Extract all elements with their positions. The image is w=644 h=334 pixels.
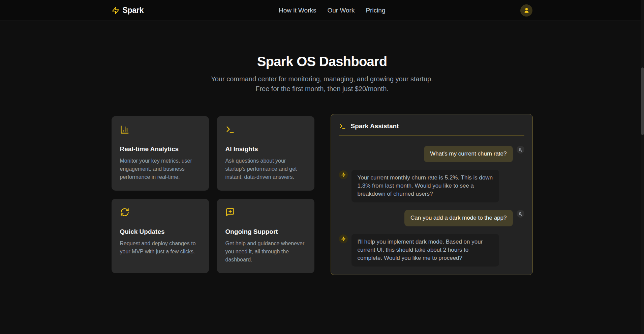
assistant-panel-header: Spark Assistant — [339, 122, 524, 130]
navbar: Spark How it Works Our Work Pricing — [0, 0, 644, 21]
feature-card: Quick Updates Request and deploy changes… — [112, 199, 209, 273]
message-square-plus-icon — [225, 207, 235, 217]
hero-section: Spark OS Dashboard Your command center f… — [0, 21, 644, 94]
feature-card: AI Insights Ask questions about your sta… — [217, 116, 314, 191]
feature-title: Quick Updates — [120, 228, 201, 235]
nav-links: How it Works Our Work Pricing — [279, 7, 386, 14]
chat-message-row: What's my current churn rate? — [339, 146, 524, 162]
bar-chart-icon — [120, 125, 129, 134]
brand-name: Spark — [123, 6, 144, 15]
page-title: Spark OS Dashboard — [0, 53, 644, 69]
feature-description: Monitor your key metrics, user engagemen… — [120, 157, 201, 181]
feature-description: Ask questions about your startup's perfo… — [225, 157, 306, 181]
refresh-icon — [120, 207, 129, 217]
account-button[interactable] — [520, 4, 532, 17]
terminal-icon — [339, 123, 346, 130]
nav-link[interactable]: How it Works — [279, 7, 316, 14]
user-icon — [523, 7, 530, 13]
chat-messages: What's my current churn rate? Your curre… — [339, 146, 524, 267]
main-section: Real-time Analytics Monitor your key met… — [112, 114, 533, 275]
brand-logo[interactable]: Spark — [112, 6, 144, 15]
chat-bubble: Your current monthly churn rate is 5.2%.… — [351, 170, 499, 202]
zap-icon — [112, 6, 120, 15]
page-subtitle: Your command center for monitoring, mana… — [204, 74, 440, 94]
chat-message-row: I'll help you implement dark mode. Based… — [339, 234, 524, 267]
panel-divider — [339, 135, 524, 136]
chat-bubble: Can you add a dark mode to the app? — [404, 210, 513, 226]
features-grid: Real-time Analytics Monitor your key met… — [112, 116, 314, 273]
zap-icon — [341, 172, 346, 177]
feature-title: AI Insights — [225, 145, 306, 153]
scrollbar-thumb[interactable] — [641, 67, 644, 135]
user-icon — [518, 212, 523, 216]
scrollbar-track — [641, 0, 644, 334]
feature-title: Ongoing Support — [225, 228, 306, 235]
feature-card: Ongoing Support Get help and guidance wh… — [217, 199, 314, 273]
nav-link[interactable]: Our Work — [327, 7, 355, 14]
assistant-avatar — [339, 170, 348, 179]
user-avatar — [517, 146, 524, 154]
assistant-avatar — [339, 234, 348, 243]
chat-message-row: Your current monthly churn rate is 5.2%.… — [339, 170, 524, 202]
feature-description: Request and deploy changes to your MVP w… — [120, 240, 201, 256]
terminal-icon — [225, 125, 235, 134]
assistant-panel-title: Spark Assistant — [351, 122, 399, 130]
nav-link[interactable]: Pricing — [366, 7, 385, 14]
chat-message-row: Can you add a dark mode to the app? — [339, 210, 524, 226]
zap-icon — [341, 236, 346, 241]
user-icon — [518, 147, 523, 152]
chat-bubble: I'll help you implement dark mode. Based… — [351, 234, 499, 267]
feature-card: Real-time Analytics Monitor your key met… — [112, 116, 209, 191]
assistant-panel: Spark Assistant What's my current churn … — [331, 114, 533, 275]
chat-bubble: What's my current churn rate? — [424, 146, 513, 162]
feature-title: Real-time Analytics — [120, 145, 201, 153]
user-avatar — [517, 210, 524, 218]
feature-description: Get help and guidance whenever you need … — [225, 240, 306, 264]
